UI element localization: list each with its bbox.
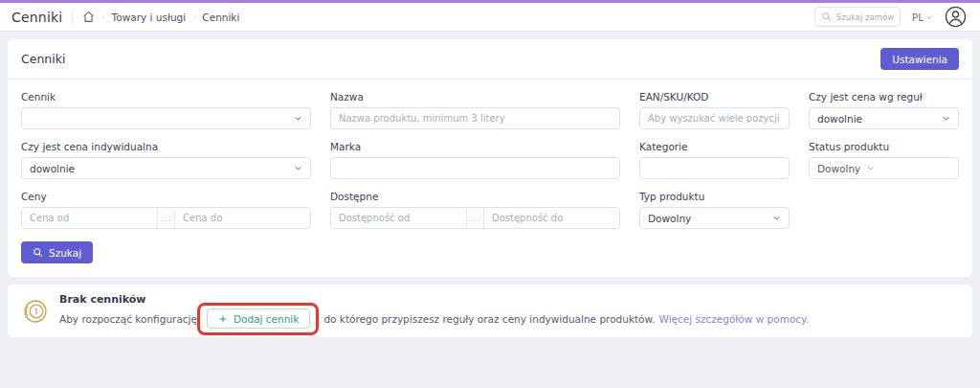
typ-produktu-select[interactable]: Dowolny [639, 207, 790, 229]
nazwa-input[interactable] [330, 107, 620, 129]
search-button[interactable]: Szukaj [21, 241, 93, 263]
cennik-select[interactable] [21, 107, 311, 129]
field-nazwa: Nazwa [330, 91, 620, 129]
global-search[interactable] [814, 7, 901, 27]
filters-card-header: Cenniki Ustawienia [8, 39, 972, 80]
field-label: EAN/SKU/KOD [639, 91, 790, 103]
add-cennik-button[interactable]: Dodaj cennik [207, 308, 310, 329]
field-ceny: Ceny ... [21, 191, 311, 229]
field-label: Cennik [21, 91, 311, 103]
chevron-down-icon [772, 214, 781, 222]
range-separator: ... [157, 208, 175, 228]
page-title: Cenniki [11, 10, 62, 25]
dostepnosc-od-input[interactable] [331, 208, 466, 228]
field-label: Ceny [21, 191, 311, 202]
search-icon [821, 11, 832, 22]
chevron-down-icon [294, 164, 302, 172]
breadcrumb: · Towary i usługi · Cenniki [82, 11, 239, 23]
field-label: Czy jest cena wg reguł [809, 91, 959, 103]
field-status-produktu: Status produktu Dowolny [809, 141, 959, 179]
coin-icon [23, 299, 48, 324]
chevron-down-icon [925, 13, 933, 21]
chevron-down-icon [294, 114, 302, 123]
field-label: Status produktu [809, 141, 959, 152]
field-ean: EAN/SKU/KOD [639, 91, 790, 129]
empty-state-text: Aby rozpocząć konfigurację Dodaj cennik … [59, 308, 809, 329]
cena-wg-regul-select-value: dowolnie [817, 113, 862, 125]
field-label: Kategorie [639, 141, 790, 152]
filters-card: Cenniki Ustawienia Cennik Nazwa [8, 39, 972, 277]
search-row: Szukaj [21, 241, 959, 263]
dostepne-range: ... [330, 207, 620, 229]
chevron-down-icon [866, 164, 875, 172]
ceny-range: ... [21, 207, 311, 229]
field-cena-wg-regul: Czy jest cena wg reguł dowolnie [809, 91, 959, 129]
topbar: Cenniki · Towary i usługi · Cenniki PL [0, 3, 980, 32]
language-selector[interactable]: PL [912, 11, 933, 23]
status-produktu-select-value: Dowolny [817, 163, 860, 174]
breadcrumb-separator: · [101, 11, 104, 22]
topbar-right: PL [814, 6, 967, 28]
status-produktu-select[interactable]: Dowolny [809, 157, 959, 179]
field-cennik: Cennik [21, 91, 311, 129]
breadcrumb-separator: · [192, 11, 195, 22]
empty-state-content: Brak cenników Aby rozpocząć konfigurację… [59, 293, 809, 329]
kategorie-input[interactable] [639, 157, 790, 179]
range-separator: ... [466, 208, 484, 228]
cena-do-input[interactable] [175, 208, 310, 228]
field-label: Czy jest cena indywidualna [21, 141, 311, 152]
page-content: Cenniki Ustawienia Cennik Nazwa [0, 32, 980, 345]
add-cennik-wrapper: Dodaj cennik [207, 308, 310, 329]
search-button-label: Szukaj [49, 247, 81, 259]
add-cennik-label: Dodaj cennik [234, 313, 299, 325]
cena-indywidualna-select-value: dowolnie [30, 163, 75, 174]
typ-produktu-select-value: Dowolny [648, 213, 691, 224]
filters-card-title: Cenniki [21, 52, 65, 66]
dostepnosc-do-input[interactable] [484, 208, 619, 228]
field-label: Marka [330, 141, 620, 152]
breadcrumb-item-cenniki: Cenniki [202, 11, 239, 23]
search-icon [33, 247, 43, 258]
empty-text-after: do którego przypiszesz reguły oraz ceny … [323, 313, 655, 325]
empty-text-before: Aby rozpocząć konfigurację [59, 313, 197, 325]
language-label: PL [912, 11, 924, 23]
breadcrumb-item-towary[interactable]: Towary i usługi [112, 11, 187, 23]
cena-wg-regul-select[interactable]: dowolnie [809, 107, 959, 129]
help-link[interactable]: Więcej szczegółów w pomocy. [658, 313, 809, 325]
global-search-input[interactable] [836, 12, 894, 22]
marka-input[interactable] [330, 157, 620, 179]
field-dostepne: Dostępne ... [330, 191, 620, 229]
filters-grid: Cennik Nazwa EAN/SKU/KOD [21, 91, 959, 229]
cena-od-input[interactable] [22, 208, 157, 228]
field-label: Nazwa [330, 91, 620, 103]
ean-input[interactable] [639, 107, 790, 129]
cena-indywidualna-select[interactable]: dowolnie [21, 157, 311, 179]
grid-spacer [809, 191, 959, 229]
home-icon[interactable] [82, 11, 95, 23]
filters-body: Cennik Nazwa EAN/SKU/KOD [8, 80, 972, 277]
user-avatar-icon[interactable] [945, 6, 967, 28]
field-label: Dostępne [330, 191, 620, 202]
chevron-down-icon [942, 114, 950, 123]
field-marka: Marka [330, 141, 620, 179]
plus-icon [218, 314, 228, 324]
field-typ-produktu: Typ produktu Dowolny [639, 191, 790, 229]
empty-state-card: Brak cenników Aby rozpocząć konfigurację… [8, 285, 972, 337]
topbar-divider [72, 10, 73, 24]
field-label: Typ produktu [639, 191, 790, 202]
field-kategorie: Kategorie [639, 141, 790, 179]
field-cena-indywidualna: Czy jest cena indywidualna dowolnie [21, 141, 311, 179]
empty-state-title: Brak cenników [59, 293, 809, 306]
settings-button[interactable]: Ustawienia [880, 48, 959, 70]
